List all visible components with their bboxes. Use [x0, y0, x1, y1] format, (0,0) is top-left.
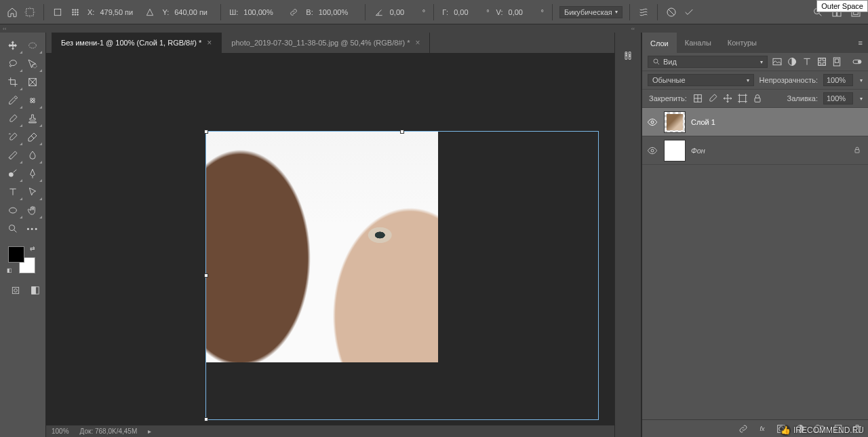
- fill-slider-icon[interactable]: ▾: [860, 96, 863, 102]
- delta-icon[interactable]: [143, 5, 157, 19]
- pen-tool[interactable]: [23, 165, 43, 183]
- layer-thumbnail[interactable]: [664, 140, 686, 162]
- document-tabs: Без имени-1 @ 100% (Слой 1, RGB/8#) * × …: [46, 33, 614, 53]
- close-icon[interactable]: ×: [415, 38, 420, 48]
- cancel-icon[interactable]: [665, 5, 678, 19]
- doc-tab-2[interactable]: photo_2019-07-30_11-38-05.jpg @ 50,4% (R…: [222, 33, 430, 53]
- quick-select-tool[interactable]: [23, 55, 43, 73]
- lock-pixels-icon[interactable]: [692, 93, 703, 104]
- layer-name[interactable]: Фон: [691, 147, 848, 155]
- eraser-tool[interactable]: [23, 128, 43, 146]
- path-select-tool[interactable]: [23, 183, 43, 201]
- opacity-input[interactable]: 100%: [823, 74, 853, 86]
- lasso-tool[interactable]: [3, 55, 23, 73]
- dodge-tool[interactable]: [3, 165, 23, 183]
- reference-point-grid-icon[interactable]: [68, 5, 82, 19]
- panel-menu-icon[interactable]: ≡: [853, 33, 868, 53]
- home-icon[interactable]: [5, 5, 19, 19]
- crop-tool[interactable]: [3, 73, 23, 91]
- marquee-tool[interactable]: [23, 37, 43, 54]
- filter-toggle-icon[interactable]: [852, 56, 863, 67]
- transform-handle-n[interactable]: [400, 130, 404, 134]
- fill-input[interactable]: 100%: [823, 92, 853, 104]
- svg-point-6: [75, 12, 76, 13]
- transform-mode-icon[interactable]: [23, 5, 37, 19]
- svg-rect-0: [26, 8, 34, 16]
- foreground-color[interactable]: [8, 246, 24, 263]
- lock-icon[interactable]: [853, 146, 864, 155]
- expand-right-icon[interactable]: ‹‹: [631, 26, 635, 32]
- warp-icon[interactable]: [637, 5, 650, 19]
- blur-tool[interactable]: [23, 147, 43, 164]
- transform-handle-nw[interactable]: [204, 130, 208, 134]
- lock-position-icon[interactable]: [722, 93, 733, 104]
- status-doc[interactable]: Док: 768,0K/4,45M: [80, 428, 138, 435]
- edit-toolbar[interactable]: •••: [23, 220, 43, 238]
- angle-input[interactable]: [390, 8, 417, 16]
- y-input[interactable]: [174, 8, 214, 16]
- visibility-icon[interactable]: [646, 145, 658, 156]
- layer-item[interactable]: Фон: [642, 136, 868, 165]
- type-tool[interactable]: [3, 183, 23, 201]
- tab-layers[interactable]: Слои: [642, 33, 677, 53]
- quickmask-icon[interactable]: [8, 282, 24, 299]
- canvas[interactable]: [46, 53, 614, 437]
- stamp-tool[interactable]: [23, 110, 43, 128]
- layer-item[interactable]: Слой 1: [642, 108, 868, 136]
- lock-paint-icon[interactable]: [707, 93, 718, 104]
- svg-rect-42: [855, 149, 859, 153]
- filter-adjust-icon[interactable]: [787, 56, 797, 67]
- status-arrow-icon[interactable]: ▸: [148, 428, 151, 435]
- layer-name[interactable]: Слой 1: [691, 118, 864, 126]
- fx-icon[interactable]: fx: [757, 423, 768, 434]
- screenmode-icon[interactable]: [28, 282, 43, 299]
- transform-handle-w[interactable]: [204, 273, 208, 278]
- vskew-input[interactable]: [509, 8, 536, 16]
- healing-tool[interactable]: [23, 92, 43, 109]
- svg-rect-32: [818, 58, 826, 66]
- zoom-tool[interactable]: [3, 220, 23, 238]
- hand-tool[interactable]: [23, 202, 43, 219]
- svg-rect-38: [739, 95, 745, 101]
- close-icon[interactable]: ×: [207, 38, 212, 48]
- lock-artboard-icon[interactable]: [737, 93, 748, 104]
- move-tool[interactable]: [3, 37, 23, 54]
- tab-paths[interactable]: Контуры: [719, 33, 765, 53]
- reset-colors-icon[interactable]: ◧: [7, 267, 12, 273]
- gradient-tool[interactable]: [3, 147, 23, 164]
- filter-shape-icon[interactable]: [816, 56, 827, 67]
- filter-image-icon[interactable]: [772, 56, 783, 67]
- properties-panel-icon[interactable]: [621, 49, 635, 62]
- tab-channels[interactable]: Каналы: [677, 33, 719, 53]
- history-brush-tool[interactable]: [3, 128, 23, 146]
- visibility-icon[interactable]: [646, 117, 658, 128]
- filter-type-icon[interactable]: [802, 56, 812, 67]
- interpolation-select[interactable]: Бикубическая▾: [559, 6, 623, 18]
- reference-point-icon[interactable]: [51, 5, 64, 19]
- layer-thumbnail[interactable]: [664, 111, 686, 133]
- frame-tool[interactable]: [23, 73, 43, 91]
- eyedropper-tool[interactable]: [3, 92, 23, 109]
- link-icon[interactable]: [287, 5, 300, 19]
- opacity-slider-icon[interactable]: ▾: [860, 77, 863, 83]
- blend-mode-select[interactable]: Обычные▾: [648, 74, 754, 86]
- w-input[interactable]: [243, 8, 283, 16]
- transform-bounding-box[interactable]: [205, 131, 599, 420]
- link-layers-icon[interactable]: [738, 423, 749, 434]
- shape-tool[interactable]: [3, 202, 23, 219]
- h-input[interactable]: [319, 8, 358, 16]
- hskew-input[interactable]: [454, 8, 481, 16]
- transform-handle-sw[interactable]: [204, 417, 208, 421]
- doc-tab-1[interactable]: Без имени-1 @ 100% (Слой 1, RGB/8#) * ×: [52, 33, 222, 53]
- swap-colors-icon[interactable]: ⇄: [30, 245, 35, 252]
- panel-tabs: Слои Каналы Контуры ≡: [642, 33, 868, 53]
- status-zoom[interactable]: 100%: [52, 428, 69, 435]
- x-input[interactable]: [100, 8, 139, 16]
- filter-smart-icon[interactable]: [831, 56, 842, 67]
- lock-all-icon[interactable]: [752, 93, 763, 104]
- layer-filter-select[interactable]: Вид ▾: [648, 56, 768, 68]
- brush-tool[interactable]: [3, 110, 23, 128]
- expand-left-icon[interactable]: ‹‹: [3, 26, 6, 32]
- commit-icon[interactable]: [682, 5, 696, 19]
- color-swatches[interactable]: ⇄ ◧: [8, 246, 35, 273]
